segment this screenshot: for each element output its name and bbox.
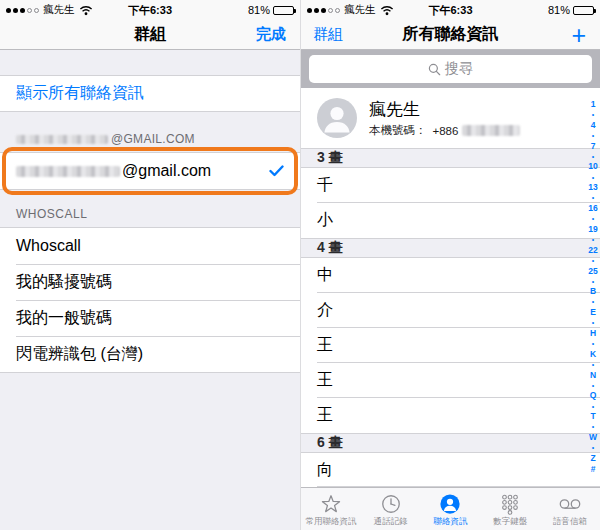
groups-back-button[interactable]: 群組 — [313, 25, 343, 44]
tab-label: 數字鍵盤 — [493, 516, 527, 528]
index-dot[interactable]: • — [592, 444, 594, 451]
contacts-icon — [439, 493, 461, 515]
index-item[interactable]: 25 — [588, 267, 597, 276]
contact-index-bar[interactable]: 1•4•7•10•13•16•19•22•25•B•E•H•K•N•Q•T•W•… — [586, 100, 600, 474]
redacted-account-name — [16, 135, 108, 144]
index-dot[interactable]: • — [592, 257, 594, 264]
tab-recents[interactable]: 通話記錄 — [361, 488, 421, 530]
phone-label: 本機號碼： — [369, 123, 427, 138]
tab-label: 通話記錄 — [374, 516, 408, 528]
tab-voicemail[interactable]: 語音信箱 — [540, 488, 600, 530]
tab-keypad[interactable]: 數字鍵盤 — [480, 488, 540, 530]
carrier-name: 瘋先生 — [344, 3, 376, 17]
index-dot[interactable]: • — [592, 382, 594, 389]
section-header-6-strokes: 6 畫 — [301, 433, 600, 453]
index-item[interactable]: 1 — [591, 100, 596, 109]
index-item[interactable]: 19 — [588, 225, 597, 234]
index-dot[interactable]: • — [592, 111, 594, 118]
index-dot[interactable]: • — [592, 153, 594, 160]
index-dot[interactable]: • — [592, 278, 594, 285]
section-header-label: 3 畫 — [317, 149, 343, 167]
section-header-3-strokes: 3 畫 — [301, 148, 600, 168]
index-item[interactable]: N — [590, 371, 596, 380]
my-card-phone: 本機號碼： +886 — [369, 123, 520, 138]
index-dot[interactable]: • — [592, 403, 594, 410]
index-item[interactable]: B — [590, 287, 596, 296]
index-dot[interactable]: • — [592, 298, 594, 305]
contact-name: 介 — [317, 300, 333, 321]
index-item[interactable]: 10 — [588, 162, 597, 171]
group-row-general-numbers[interactable]: 我的一般號碼 — [0, 300, 300, 336]
tab-label: 聯絡資訊 — [433, 516, 467, 528]
keypad-icon — [499, 493, 521, 515]
index-item[interactable]: T — [590, 412, 595, 421]
group-row-id-pack-taiwan[interactable]: 閃電辨識包 (台灣) — [0, 336, 300, 372]
section-header-4-strokes: 4 畫 — [301, 238, 600, 258]
index-item[interactable]: # — [591, 465, 596, 474]
index-dot[interactable]: • — [592, 423, 594, 430]
index-item[interactable]: Z — [590, 454, 595, 463]
contact-name: 王 — [317, 335, 333, 356]
contact-row[interactable]: 王 — [301, 328, 600, 363]
search-input[interactable]: 搜尋 — [309, 55, 592, 83]
groups-nav-bar: 群組 完成 — [0, 20, 300, 50]
index-item[interactable]: 7 — [591, 142, 596, 151]
index-item[interactable]: 13 — [588, 183, 597, 192]
index-item[interactable]: E — [590, 308, 596, 317]
my-card-row[interactable]: 瘋先生 本機號碼： +886 — [301, 88, 600, 148]
index-item[interactable]: 16 — [588, 204, 597, 213]
whoscall-group-list: Whoscall 我的騷擾號碼 我的一般號碼 閃電辨識包 (台灣) — [0, 227, 300, 373]
index-item[interactable]: H — [590, 329, 596, 338]
dual-screenshot: 瘋先生 下午6:33 81% 群組 完成 顯示所有聯絡資訊 @GMAIL.COM… — [0, 0, 600, 530]
index-item[interactable]: K — [590, 350, 596, 359]
contact-row[interactable]: 王 — [301, 398, 600, 433]
groups-title: 群組 — [0, 24, 300, 45]
show-all-contacts-row[interactable]: 顯示所有聯絡資訊 — [0, 75, 300, 112]
index-dot[interactable]: • — [592, 361, 594, 368]
contact-row[interactable]: 向 — [301, 453, 600, 487]
signal-strength-icon — [6, 8, 39, 13]
index-dot[interactable]: • — [592, 174, 594, 181]
contact-row[interactable]: 小 — [301, 203, 600, 238]
gmail-group-row[interactable]: @gmail.com — [0, 152, 300, 190]
redacted-phone-number — [462, 125, 520, 136]
index-dot[interactable]: • — [592, 236, 594, 243]
contact-row[interactable]: 中 — [301, 258, 600, 293]
whoscall-section-header: WHOSCALL — [0, 190, 300, 227]
battery-percent: 81% — [548, 4, 570, 16]
contact-row[interactable]: 千 — [301, 168, 600, 203]
redacted-email-prefix — [16, 166, 120, 177]
index-item[interactable]: 22 — [588, 246, 597, 255]
gmail-section-header: @GMAIL.COM — [0, 112, 300, 152]
spacer — [0, 50, 300, 75]
tab-favorites[interactable]: 常用聯絡資訊 — [301, 488, 361, 530]
index-item[interactable]: 4 — [591, 121, 596, 130]
tab-contacts[interactable]: 聯絡資訊 — [421, 488, 481, 530]
add-contact-button[interactable]: + — [571, 23, 586, 47]
contact-row[interactable]: 王 — [301, 363, 600, 398]
groups-screen: 瘋先生 下午6:33 81% 群組 完成 顯示所有聯絡資訊 @GMAIL.COM… — [0, 0, 300, 530]
done-button[interactable]: 完成 — [256, 25, 286, 44]
carrier-name: 瘋先生 — [43, 3, 75, 17]
contacts-list: 瘋先生 本機號碼： +886 3 畫 千 小 4 畫 中 介 王 王 王 6 畫… — [301, 88, 600, 487]
index-dot[interactable]: • — [592, 340, 594, 347]
group-row-label: 我的一般號碼 — [16, 308, 112, 329]
status-bar: 瘋先生 下午6:33 81% — [301, 0, 600, 20]
index-item[interactable]: W — [589, 433, 597, 442]
index-dot[interactable]: • — [592, 194, 594, 201]
contacts-nav-bar: 群組 所有聯絡資訊 + — [301, 20, 600, 50]
contacts-title: 所有聯絡資訊 — [301, 24, 600, 45]
group-row-harassment-numbers[interactable]: 我的騷擾號碼 — [0, 264, 300, 300]
gmail-group-row-wrapper: @gmail.com — [0, 152, 300, 190]
section-header-label: 4 畫 — [317, 239, 343, 257]
tab-label: 語音信箱 — [553, 516, 587, 528]
wifi-icon — [79, 5, 93, 16]
index-item[interactable]: Q — [590, 391, 597, 400]
group-row-whoscall[interactable]: Whoscall — [0, 228, 300, 264]
status-bar: 瘋先生 下午6:33 81% — [0, 0, 300, 20]
index-dot[interactable]: • — [592, 215, 594, 222]
group-row-label: Whoscall — [16, 237, 81, 255]
index-dot[interactable]: • — [592, 319, 594, 326]
contact-row[interactable]: 介 — [301, 293, 600, 328]
index-dot[interactable]: • — [592, 132, 594, 139]
